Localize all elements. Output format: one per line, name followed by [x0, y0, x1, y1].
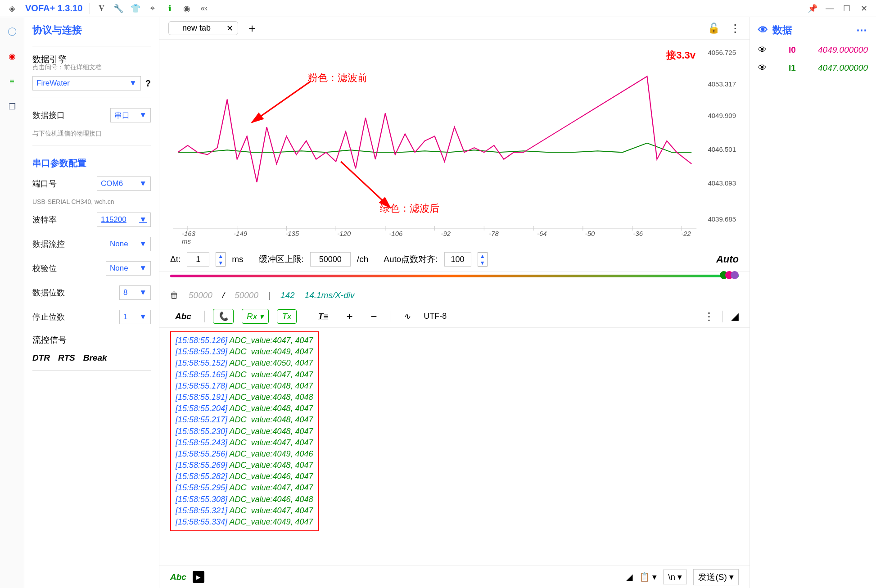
send-eraser-icon[interactable]: ◢ [626, 572, 633, 582]
rail-copy-icon[interactable]: ❐ [5, 99, 20, 114]
rail-menu-icon[interactable]: ≡ [5, 74, 20, 89]
baud-label: 波特率 [32, 214, 57, 225]
x-axis-labels: -163ms -149-135 -120-106 -92-78 -64-50 -… [173, 230, 700, 245]
dt-stepper[interactable]: ▲▼ [216, 252, 226, 267]
stopbits-label: 停止位数 [32, 312, 65, 322]
left-rail: ◯ ◉ ≡ ❐ [0, 17, 24, 588]
baud-select[interactable]: 115200▼ [97, 213, 151, 227]
align-stepper[interactable]: ▲▼ [478, 252, 488, 267]
shirt-icon[interactable]: 👕 [129, 2, 142, 15]
buf-label: 缓冲区上限: [259, 253, 304, 265]
engine-help-icon[interactable]: ? [145, 78, 151, 89]
phone-icon[interactable]: 📞 [213, 309, 234, 324]
data-row[interactable]: 👁I14047.000000 [758, 63, 868, 73]
info-pts: 142 [280, 290, 295, 300]
break-toggle[interactable]: Break [83, 353, 107, 363]
maximize-icon[interactable]: ☐ [840, 2, 853, 15]
tab-close-icon[interactable]: ✕ [226, 23, 233, 33]
eraser-icon[interactable]: ◢ [731, 311, 739, 322]
pin-icon[interactable]: 📌 [806, 2, 819, 15]
app-title: VOFA+ 1.3.10 [25, 3, 82, 14]
auto-button[interactable]: Auto [716, 253, 739, 265]
console-line: [15:58:55.217] ADC_value:4048, 4047 [176, 414, 313, 425]
buf-unit: /ch [357, 254, 368, 264]
console-line: [15:58:55.308] ADC_value:4046, 4048 [176, 494, 313, 505]
unlock-icon[interactable]: 🔓 [708, 23, 720, 34]
console-line: [15:58:55.243] ADC_value:4047, 4047 [176, 437, 313, 448]
console-line: [15:58:55.282] ADC_value:4046, 4047 [176, 471, 313, 482]
stopbits-select[interactable]: 1▼ [119, 310, 151, 324]
tab-menu-icon[interactable]: ⋮ [730, 22, 741, 35]
port-select[interactable]: COM6▼ [97, 176, 151, 191]
console-menu-icon[interactable]: ⋮ [704, 310, 714, 323]
right-title: 数据 [772, 23, 792, 37]
console-line: [15:58:55.126] ADC_value:4047, 4047 [176, 335, 313, 346]
encoding-label: UTF-8 [424, 312, 447, 321]
console-line: [15:58:55.295] ADC_value:4047, 4047 [176, 482, 313, 493]
timeline-slider[interactable] [159, 272, 750, 285]
console-body[interactable]: [15:58:55.126] ADC_value:4047, 4047[15:5… [159, 328, 750, 565]
console-line: [15:58:55.165] ADC_value:4047, 4047 [176, 369, 313, 380]
console-line: [15:58:55.334] ADC_value:4049, 4047 [176, 516, 313, 528]
send-list-icon[interactable]: 📋 ▾ [639, 572, 657, 582]
send-bar: Abc ▸ ◢ 📋 ▾ \n ▾ 发送(S) ▾ [159, 565, 750, 588]
target-icon[interactable]: ⌖ [146, 2, 159, 15]
flow-select[interactable]: None▼ [106, 237, 151, 251]
minimize-icon[interactable]: — [823, 2, 836, 15]
annot-pink: 粉色：滤波前 [308, 71, 367, 85]
dt-label: Δt: [170, 254, 181, 264]
sidebar-header: 协议与连接 [32, 23, 151, 37]
plus-icon[interactable]: + [341, 308, 357, 325]
buf-input[interactable] [310, 252, 351, 267]
annot-volt: 接3.3v [666, 49, 695, 62]
parity-select[interactable]: None▼ [106, 261, 151, 276]
console-line: [15:58:55.204] ADC_value:4048, 4047 [176, 403, 313, 414]
dt-input[interactable] [187, 252, 209, 267]
minus-icon[interactable]: − [366, 308, 382, 325]
engine-select[interactable]: FireWater▼ [32, 76, 141, 90]
send-button[interactable]: 发送(S) ▾ [693, 569, 739, 585]
info-max: 50000 [235, 290, 258, 300]
rts-toggle[interactable]: RTS [58, 353, 75, 363]
wave-icon[interactable]: ∿ [398, 309, 415, 324]
align-label: Auto点数对齐: [384, 253, 438, 265]
dtr-toggle[interactable]: DTR [32, 353, 50, 363]
console-line: [15:58:55.269] ADC_value:4048, 4047 [176, 460, 313, 471]
port-label: 端口号 [32, 178, 57, 189]
fingerprint-icon[interactable]: ◉ [180, 2, 194, 15]
collapse-icon[interactable]: «‹ [197, 2, 211, 15]
send-abc-toggle[interactable]: Abc [170, 572, 186, 582]
rx-toggle[interactable]: Rx ▾ [242, 309, 269, 324]
annot-green: 绿色：滤波后 [380, 202, 439, 215]
right-menu-icon[interactable]: ⋯ [856, 24, 868, 36]
databits-select[interactable]: 8▼ [119, 285, 151, 300]
rail-circle-icon[interactable]: ◯ [5, 23, 20, 39]
info-icon[interactable]: ℹ [163, 2, 176, 15]
tab-new[interactable]: new tab ✕ [168, 21, 238, 35]
console-output: [15:58:55.126] ADC_value:4047, 4047[15:5… [170, 331, 319, 531]
flow-label: 数据流控 [32, 239, 65, 249]
iface-label: 数据接口 [32, 110, 65, 121]
text-format-icon[interactable]: T≡ [313, 309, 334, 324]
abc-toggle[interactable]: Abc [170, 309, 196, 324]
chart-area[interactable]: 粉色：滤波前 绿色：滤波后 接3.3v 4056.725 4053.317 40… [159, 40, 750, 247]
console-line: [15:58:55.321] ADC_value:4047, 4047 [176, 505, 313, 516]
tx-toggle[interactable]: Tx [277, 309, 296, 324]
iface-select[interactable]: 串口▼ [110, 108, 151, 122]
align-input[interactable] [444, 252, 471, 267]
send-term-icon[interactable]: ▸ [193, 571, 204, 583]
wrench-icon[interactable]: 🔧 [112, 2, 125, 15]
titlebar: ◈ VOFA+ 1.3.10 𝐕 🔧 👕 ⌖ ℹ ◉ «‹ 📌 — ☐ ✕ [0, 0, 876, 17]
rail-record-icon[interactable]: ◉ [5, 49, 20, 64]
sidebar: 协议与连接 数据引擎 点击问号：前往详细文档 FireWater▼ ? 数据接口… [24, 17, 159, 588]
send-newline-select[interactable]: \n ▾ [663, 570, 687, 584]
v-icon[interactable]: 𝐕 [95, 2, 108, 15]
app-logo-icon: ◈ [5, 2, 19, 15]
chart-svg [173, 44, 736, 247]
parity-label: 校验位 [32, 263, 57, 274]
tab-add-icon[interactable]: ＋ [246, 20, 258, 36]
trash-icon[interactable]: 🗑 [170, 290, 179, 300]
close-icon[interactable]: ✕ [857, 2, 871, 15]
data-row[interactable]: 👁I04049.000000 [758, 45, 868, 55]
console-line: [15:58:55.139] ADC_value:4049, 4047 [176, 346, 313, 357]
